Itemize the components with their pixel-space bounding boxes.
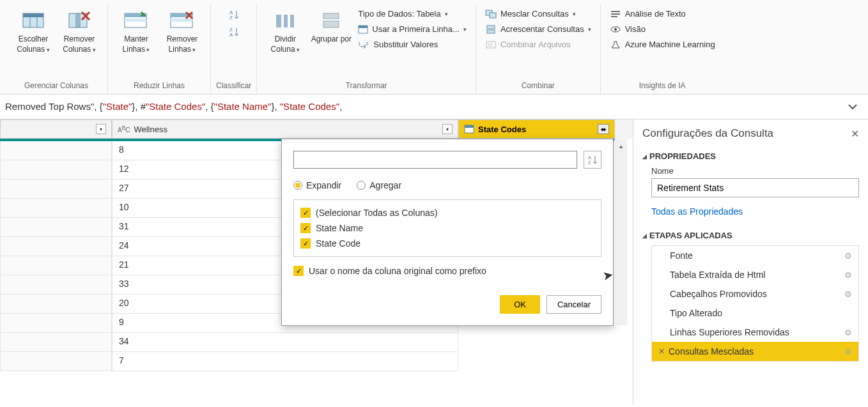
table-header-icon	[358, 25, 368, 34]
merge-queries-button[interactable]: Mesclar Consultas	[481, 6, 595, 21]
applied-step[interactable]: Fonte⚙	[652, 246, 858, 265]
first-row-header-button[interactable]: Usar a Primeira Linha...	[354, 22, 470, 36]
delete-step-icon[interactable]: ✕	[658, 347, 665, 356]
name-label: Nome	[651, 166, 859, 176]
replace-values-button[interactable]: 12Substituir Valores	[354, 37, 470, 52]
popup-scrollbar[interactable]: ▴	[614, 139, 627, 325]
applied-step[interactable]: Tabela Extraída de Html⚙	[652, 265, 858, 284]
combine-files-icon	[485, 40, 497, 49]
remove-columns-label: Remover Colunas	[58, 35, 101, 54]
eye-icon	[610, 25, 621, 34]
svg-rect-16	[276, 15, 281, 27]
gear-icon[interactable]: ⚙	[844, 251, 852, 261]
applied-step[interactable]: ✕Consultas Mescladas⚙	[652, 342, 858, 361]
remove-columns-button[interactable]: Remover Colunas	[56, 4, 102, 57]
filter-button[interactable]: ▾	[96, 124, 106, 134]
table-row[interactable]: 34	[0, 333, 633, 352]
split-column-button[interactable]: Dividir Coluna	[262, 4, 308, 57]
close-pane-button[interactable]: ✕	[851, 128, 859, 140]
svg-rect-18	[290, 15, 294, 27]
check-use-prefix[interactable]: ✓	[293, 266, 304, 276]
gear-icon[interactable]: ⚙	[844, 270, 852, 280]
group-label-transform: Transformar	[346, 79, 387, 94]
remove-rows-icon	[169, 11, 195, 30]
gear-icon[interactable]: ⚙	[844, 347, 852, 357]
scroll-up-icon[interactable]: ▴	[614, 139, 627, 152]
split-column-label: Dividir Coluna	[263, 35, 307, 54]
all-properties-link[interactable]: Todas as Propriedades	[651, 206, 859, 217]
gear-icon[interactable]: ⚙	[844, 289, 852, 299]
replace-icon: 12	[358, 40, 369, 49]
vision-button[interactable]: Visão	[606, 22, 719, 36]
remove-rows-button[interactable]: Remover Linhas	[159, 4, 205, 57]
column-header-wellness[interactable]: ABC Wellness ▾	[112, 119, 458, 139]
svg-rect-29	[486, 42, 495, 48]
svg-rect-26	[490, 13, 496, 18]
column-header-wellness-label: Wellness	[134, 125, 167, 134]
formula-expand-button[interactable]	[842, 103, 863, 111]
azure-ml-label: Azure Machine Learning	[625, 40, 715, 49]
svg-point-31	[614, 28, 617, 31]
append-label: Acrescentar Consultas	[500, 24, 584, 34]
radio-expand-label: Expandir	[306, 180, 341, 190]
radio-expand[interactable]: Expandir	[293, 180, 341, 190]
check-state-code[interactable]: ✓State Code	[299, 236, 596, 251]
applied-step[interactable]: Linhas Superiores Removidas⚙	[652, 323, 858, 342]
applied-step[interactable]: Cabeçalhos Promovidos⚙	[652, 284, 858, 303]
replace-label: Substituir Valores	[373, 40, 438, 49]
radio-aggregate[interactable]: Agregar	[357, 180, 401, 190]
check-select-all[interactable]: ✓(Selecionar Todas as Colunas)	[299, 205, 596, 220]
append-icon	[485, 25, 497, 34]
remove-rows-label: Remover Linhas	[160, 35, 204, 54]
first-row-label: Usar a Primeira Linha...	[372, 24, 460, 34]
gear-icon[interactable]: ⚙	[844, 328, 852, 337]
expand-search-input[interactable]	[293, 151, 577, 169]
keep-rows-button[interactable]: Manter Linhas	[113, 4, 159, 57]
ribbon-group-transform: Dividir Coluna Agrupar por Tipo de Dados…	[257, 4, 476, 94]
expand-column-button[interactable]: ⬌	[598, 124, 609, 134]
group-by-button[interactable]: Agrupar por	[308, 4, 354, 47]
ribbon-group-insights: Análise de Texto Visão Azure Machine Lea…	[601, 4, 724, 94]
append-queries-button[interactable]: Acrescentar Consultas	[481, 22, 595, 36]
table-row[interactable]: 7	[0, 352, 633, 371]
ok-button[interactable]: OK	[500, 295, 540, 314]
column-header-index[interactable]: ▾	[0, 119, 112, 139]
svg-rect-17	[284, 15, 288, 27]
applied-steps-header[interactable]: ETAPAS APLICADAS	[642, 231, 859, 240]
combine-files-label: Combinar Arquivos	[500, 40, 571, 49]
svg-text:Z: Z	[229, 15, 233, 20]
combine-files-button: Combinar Arquivos	[481, 37, 595, 52]
sort-desc-icon: ZA	[228, 26, 240, 38]
svg-rect-5	[75, 13, 81, 27]
cancel-button[interactable]: Cancelar	[546, 295, 601, 314]
column-header-state-codes[interactable]: State Codes ⬌	[458, 119, 615, 139]
sort-asc-button[interactable]: AZ	[224, 6, 244, 23]
filter-button[interactable]: ▾	[442, 124, 453, 134]
chevron-down-icon	[848, 103, 858, 111]
applied-step[interactable]: Tipo Alterado	[652, 303, 858, 323]
data-type-button[interactable]: Tipo de Dados: Tabela	[354, 6, 470, 21]
formula-text[interactable]: Removed Top Rows", {"State"}, #"State Co…	[5, 101, 842, 112]
text-analytics-button[interactable]: Análise de Texto	[606, 6, 719, 21]
keep-rows-icon	[123, 11, 149, 30]
expand-sort-button[interactable]: AZ	[584, 151, 601, 169]
check-state-name[interactable]: ✓State Name	[299, 220, 596, 236]
ribbon-group-reduce-rows: Manter Linhas Remover Linhas Reduzir Lin…	[108, 4, 211, 94]
group-label-manage: Gerenciar Colunas	[24, 79, 88, 94]
sort-desc-button[interactable]: ZA	[224, 24, 244, 40]
svg-rect-8	[125, 19, 146, 22]
choose-columns-button[interactable]: Escolher Colunas	[10, 4, 56, 57]
expand-column-popup: AZ Expandir Agregar ✓(Selecionar Todas a…	[281, 139, 614, 326]
azure-ml-button[interactable]: Azure Machine Learning	[606, 37, 719, 52]
svg-rect-27	[487, 26, 495, 29]
group-label-insights: Insights de IA	[639, 79, 686, 94]
properties-section-header[interactable]: PROPRIEDADES	[642, 151, 859, 161]
query-settings-pane: Configurações da Consulta ✕ PROPRIEDADES…	[633, 119, 868, 405]
text-lines-icon	[610, 10, 621, 19]
svg-text:A: A	[588, 155, 591, 160]
svg-rect-20	[323, 21, 339, 27]
text-analytics-label: Análise de Texto	[625, 9, 686, 19]
split-column-icon	[274, 11, 297, 30]
query-name-input[interactable]	[651, 178, 859, 197]
text-type-icon: ABC	[118, 125, 130, 134]
